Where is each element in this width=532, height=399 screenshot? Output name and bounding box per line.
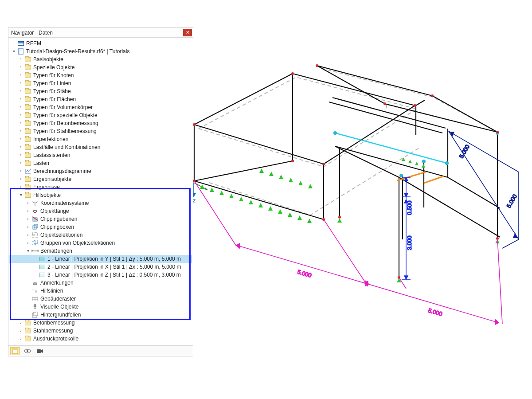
item-icon	[31, 223, 39, 231]
file-item[interactable]: ▾Tutorial-Design-Steel-Results.rf6* | Tu…	[9, 47, 192, 55]
close-icon[interactable]: ✕	[183, 29, 192, 36]
folder-item[interactable]: ›Typen für Linien	[9, 79, 192, 87]
svg-marker-69	[364, 281, 368, 286]
expand-icon[interactable]: ›	[18, 153, 23, 158]
expand-icon[interactable]: ›	[25, 216, 31, 222]
expand-icon[interactable]: ›	[25, 208, 31, 214]
expand-icon[interactable]: ›	[18, 137, 23, 142]
expand-icon[interactable]: ›	[18, 168, 23, 174]
expand-icon[interactable]: ›	[18, 320, 23, 325]
folder-item[interactable]: ›Berechnungsdiagramme	[9, 167, 192, 175]
hilfs-child[interactable]: ›Koordinatensysteme	[9, 199, 192, 207]
svg-marker-57	[259, 168, 264, 173]
hilfs-child[interactable]: ›Clippingebenen	[9, 215, 192, 223]
folder-item[interactable]: ›Typen für Stahlbemessung	[9, 127, 192, 135]
svg-marker-62	[308, 184, 313, 188]
hilfs-child[interactable]: Gebäuderaster	[9, 295, 192, 303]
item-icon	[17, 48, 24, 55]
folder-item[interactable]: ›Lasten	[9, 159, 192, 167]
hilfs-child[interactable]: Visuelle Objekte	[9, 303, 192, 311]
item-label: Anmerkungen	[40, 279, 74, 287]
item-label: Typen für Stäbe	[33, 87, 71, 95]
folder-item[interactable]: ›Typen für Flächen	[9, 95, 192, 103]
folder-item[interactable]: ›Typen für Volumenkörper	[9, 103, 192, 111]
dimension-item[interactable]: 3 - Linear | Projektion in Z | Stil 1 | …	[9, 271, 192, 279]
expand-icon[interactable]: ›	[18, 89, 23, 94]
svg-line-64	[194, 181, 236, 246]
svg-marker-70	[365, 281, 369, 286]
expand-icon[interactable]: ›	[18, 129, 23, 134]
expand-icon[interactable]: ›	[18, 336, 23, 341]
folder-item[interactable]: ›Typen für Betonbemessung	[9, 119, 192, 127]
hilfs-child[interactable]: ›Objektselektionen	[9, 231, 192, 239]
svg-marker-43	[249, 200, 253, 204]
expand-icon[interactable]: ›	[18, 145, 23, 150]
expand-icon[interactable]: ›	[18, 97, 23, 102]
expand-icon[interactable]: ›	[18, 57, 23, 62]
hilfs-child[interactable]: Hintergrundfolien	[9, 311, 192, 319]
folder-item[interactable]: ›Lastassistenten	[9, 151, 192, 159]
folder-item[interactable]: ›Typen für spezielle Objekte	[9, 111, 192, 119]
folder-item[interactable]: ›Basisobjekte	[9, 55, 192, 63]
expand-icon[interactable]: ›	[18, 113, 23, 118]
svg-marker-39	[210, 188, 214, 192]
item-icon	[24, 176, 31, 183]
svg-point-36	[398, 276, 400, 279]
svg-rect-127	[12, 349, 18, 350]
expand-icon[interactable]: ▾	[18, 192, 23, 198]
tab-data-icon[interactable]	[10, 347, 20, 355]
folder-item[interactable]: ›Lastfälle und Kombinationen	[9, 143, 192, 151]
expand-icon[interactable]: ›	[25, 232, 31, 238]
expand-icon[interactable]: ›	[25, 200, 31, 206]
hilfs-child[interactable]: ›Clippingboxen	[9, 223, 192, 231]
expand-icon[interactable]: ›	[18, 184, 23, 190]
svg-marker-41	[229, 194, 234, 198]
tab-video-icon[interactable]	[35, 347, 45, 355]
folder-hilfsobjekte[interactable]: ▾Hilfsobjekte	[9, 191, 192, 199]
svg-marker-44	[258, 203, 263, 207]
folder-item[interactable]: ›Imperfektionen	[9, 135, 192, 143]
folder-item[interactable]: ›Typen für Knoten	[9, 71, 192, 79]
structure-members	[194, 66, 500, 278]
expand-icon[interactable]: ›	[18, 65, 23, 70]
folder-item[interactable]: ›Betonbemessung	[9, 319, 192, 327]
expand-icon[interactable]: ›	[18, 81, 23, 86]
expand-icon[interactable]: ▾	[25, 248, 31, 254]
folder-item[interactable]: ›Ergebnisobjekte	[9, 175, 192, 183]
svg-rect-111	[33, 289, 34, 290]
expand-icon[interactable]: ›	[18, 121, 23, 126]
expand-icon[interactable]: ›	[18, 328, 23, 333]
tab-views-icon[interactable]	[23, 347, 32, 355]
expand-icon[interactable]: ›	[18, 73, 23, 78]
hilfs-child[interactable]: ›Gruppen von Objektselektionen	[9, 239, 192, 247]
hilfs-child[interactable]: ›Objektfänge	[9, 207, 192, 215]
item-icon	[24, 88, 31, 95]
dimension-item[interactable]: 1 - Linear | Projektion in Y | Stil 1 | …	[9, 255, 192, 263]
panel-toolbar	[8, 345, 193, 356]
expand-icon[interactable]: ›	[18, 105, 23, 110]
item-icon	[39, 263, 46, 270]
panel-titlebar[interactable]: Navigator - Daten ✕	[8, 28, 193, 38]
folder-item[interactable]: ›Typen für Stäbe	[9, 87, 192, 95]
expand-icon[interactable]: ▾	[11, 49, 16, 54]
root-item[interactable]: RFEM	[9, 39, 192, 47]
hilfs-child[interactable]: xxAnmerkungen	[9, 279, 192, 287]
svg-point-101	[33, 234, 35, 236]
expand-icon[interactable]: ›	[18, 176, 23, 182]
folder-item[interactable]: ›Ausdruckprotokolle	[9, 335, 192, 343]
hilfs-child[interactable]: Hilfslinien	[9, 287, 192, 295]
svg-marker-87	[404, 193, 408, 197]
svg-rect-103	[34, 240, 38, 244]
folder-item[interactable]: ›Spezielle Objekte	[9, 63, 192, 71]
item-label: Imperfektionen	[33, 135, 68, 143]
folder-item[interactable]: ›Stahlbemessung	[9, 327, 192, 335]
expand-icon[interactable]: ›	[18, 160, 23, 166]
item-icon: xx	[31, 279, 39, 286]
dimension-item[interactable]: 2 - Linear | Projektion in X | Stil 1 | …	[9, 263, 192, 271]
folder-bemassungen[interactable]: ▾Bemaßungen	[9, 247, 192, 255]
expand-icon[interactable]: ›	[25, 224, 31, 230]
navigator-tree[interactable]: RFEM▾Tutorial-Design-Steel-Results.rf6* …	[9, 39, 192, 343]
item-icon	[24, 136, 31, 143]
folder-item[interactable]: ›Ergebnisse	[9, 183, 192, 191]
expand-icon[interactable]: ›	[25, 240, 31, 246]
